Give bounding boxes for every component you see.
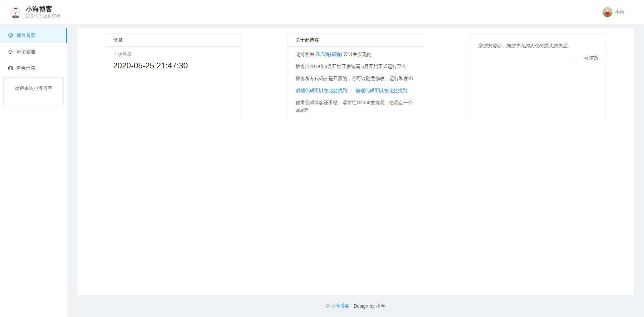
- about-card-title: 关于此博客: [287, 34, 424, 47]
- comment-icon: [8, 49, 13, 54]
- admin-app: 小海博客 记录学习成长历程 小海 后台首页: [0, 0, 644, 317]
- sidebar-item-label: 评论管理: [16, 49, 35, 55]
- sidebar-item-view-info[interactable]: 查看信息: [0, 61, 67, 76]
- content-column: 信息 上次登录 2020-05-25 21:47:30 关于此博客 此博客由 禾…: [77, 28, 634, 317]
- last-login-label: 上次登录: [113, 51, 233, 58]
- about-card: 关于此博客 此博客由 禾几海(郑海) 设计并实现的 博客自2019年3月开始开发…: [287, 34, 424, 121]
- welcome-text: 欢迎来访小海博客: [15, 85, 52, 91]
- sidebar-item-label: 后台首页: [16, 33, 35, 39]
- footer-author: 小海: [376, 303, 385, 309]
- brand-text: 小海博客 记录学习成长历程: [25, 5, 60, 19]
- info-card-body: 上次登录 2020-05-25 21:47:30: [105, 47, 241, 76]
- page-footer: © 小海博客 - Design by 小海: [77, 295, 634, 317]
- about-line1-pre: 此博客由: [296, 52, 316, 57]
- sidebar-item-dashboard[interactable]: 后台首页: [0, 28, 67, 43]
- quote-card-body: 坚强的信心，能使平凡的人做出惊人的事业。 ——马尔顿: [470, 34, 606, 69]
- quote-author: ——马尔顿: [478, 54, 598, 61]
- vertical-divider: [351, 88, 352, 93]
- dashboard-icon: [8, 33, 13, 38]
- layout: 后台首页 评论管理: [0, 28, 644, 317]
- quote-card: 坚强的信心，能使平凡的人做出惊人的事业。 ——马尔顿: [470, 34, 606, 121]
- sidebar: 后台首页 评论管理: [0, 28, 67, 317]
- sidebar-item-label: 查看信息: [16, 65, 35, 71]
- sidebar-item-comments[interactable]: 评论管理: [0, 44, 67, 59]
- backend-code-link[interactable]: 后端代码可以在此处找到: [296, 88, 347, 93]
- top-header: 小海博客 记录学习成长历程 小海: [0, 0, 644, 24]
- footer-site-link[interactable]: 小海博客: [331, 303, 350, 309]
- about-line1-post: 设计并实现的: [342, 52, 372, 57]
- footer-middle-text: - Design by: [350, 303, 376, 309]
- sidebar-welcome-card: 欢迎来访小海博客: [3, 77, 64, 106]
- frontend-code-link[interactable]: 前端代码可以在此处找到: [356, 88, 407, 93]
- about-line-history: 博客自2019年3月开始开发编写 5月开始正式运行至今: [296, 63, 416, 70]
- author-link[interactable]: 禾几海(郑海): [316, 52, 342, 57]
- user-name: 小海: [615, 9, 625, 15]
- main-panel: 信息 上次登录 2020-05-25 21:47:30 关于此博客 此博客由 禾…: [77, 28, 634, 295]
- last-login-value: 2020-05-25 21:47:30: [113, 60, 233, 71]
- user-menu[interactable]: 小海: [602, 7, 625, 17]
- about-line-links: 后端代码可以在此处找到前端代码可以在此处找到: [296, 87, 416, 94]
- idcard-icon: [8, 66, 13, 71]
- copyright-symbol: ©: [326, 303, 331, 309]
- quote-text: 坚强的信心，能使平凡的人做出惊人的事业。: [478, 42, 598, 49]
- brand-logo-block[interactable]: 小海博客 记录学习成长历程: [9, 5, 60, 19]
- about-line-author: 此博客由 禾几海(郑海) 设计并实现的: [296, 51, 416, 58]
- info-card: 信息 上次登录 2020-05-25 21:47:30: [105, 34, 241, 121]
- blog-logo-icon: [9, 6, 22, 18]
- info-card-title: 信息: [105, 34, 241, 47]
- site-title: 小海博客: [25, 5, 60, 13]
- about-line-opensource: 博客所有代码都是开源的，你可以随意修改，运行和发布: [296, 75, 416, 82]
- user-avatar: [602, 7, 612, 17]
- about-card-body: 此博客由 禾几海(郑海) 设计并实现的 博客自2019年3月开始开发编写 5月开…: [287, 47, 424, 119]
- site-subtitle: 记录学习成长历程: [25, 13, 60, 19]
- about-line-github: 如果觉得博客还不错，请前往Github支持我，给我点一个star吧: [296, 99, 416, 114]
